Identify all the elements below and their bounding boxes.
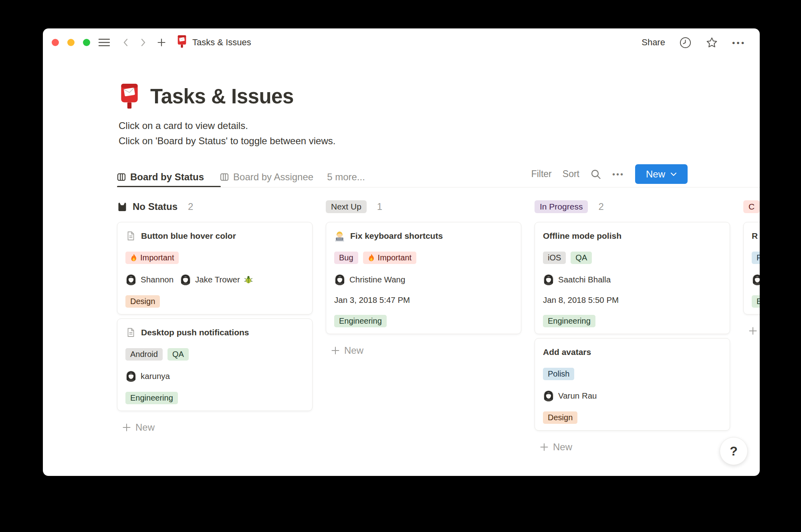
card-tags-row: Design xyxy=(125,295,304,308)
card-tags-row: P xyxy=(752,252,760,264)
avatar xyxy=(752,274,760,285)
chevron-down-icon xyxy=(670,172,677,176)
tag-engineering: Engineering xyxy=(543,315,595,327)
tag-label: Engineering xyxy=(130,393,173,403)
desktop-background: Tasks & Issues Share ••• Tasks & Issues … xyxy=(0,0,801,532)
plus-icon xyxy=(749,326,757,335)
traffic-lights xyxy=(52,39,90,46)
tag-label: QA xyxy=(172,350,184,359)
help-button[interactable]: ? xyxy=(720,437,748,465)
tag-label: Design xyxy=(130,297,155,306)
person: Shannon xyxy=(125,274,174,285)
avatar xyxy=(543,390,554,401)
column-header-in-progress[interactable]: In Progress2 xyxy=(535,200,730,213)
tag-e: E xyxy=(752,295,760,308)
tag-design: Design xyxy=(125,295,160,308)
view-controls: Filter Sort ••• New xyxy=(531,164,688,184)
avatar xyxy=(125,274,137,285)
new-button-label: New xyxy=(646,169,665,180)
beetle-icon xyxy=(244,275,253,284)
add-card-label: New xyxy=(135,422,155,433)
avatar xyxy=(180,274,191,285)
card-people-row xyxy=(752,274,760,285)
tag-qa: QA xyxy=(167,348,189,361)
tag-qa: QA xyxy=(571,252,592,264)
tag-label: Android xyxy=(130,350,158,359)
column-title-pill: In Progress xyxy=(535,200,588,213)
person-name: Varun Rau xyxy=(558,391,597,401)
tag-label: iOS xyxy=(548,253,561,262)
postbox-icon xyxy=(177,35,187,50)
add-card-button[interactable]: New xyxy=(117,422,313,433)
tag-label: QA xyxy=(575,253,587,262)
history-clock-icon[interactable] xyxy=(679,36,692,49)
card-tags-row: E xyxy=(752,295,760,308)
card-people-row: Saatchi Bhalla xyxy=(543,274,722,285)
board-card[interactable]: Desktop push notificationsAndroidQAkarun… xyxy=(117,318,313,411)
add-card-button[interactable]: New xyxy=(326,345,521,356)
board-view-icon xyxy=(117,173,126,181)
document-icon xyxy=(125,231,136,241)
board-card[interactable]: RPE xyxy=(743,222,760,314)
back-icon[interactable] xyxy=(123,38,128,47)
column-header-next-up[interactable]: Next Up1 xyxy=(326,200,521,213)
board-card[interactable]: Add avatarsPolishVarun RauDesign xyxy=(535,338,730,431)
board-card[interactable]: Offline mode polishiOSQASaatchi BhallaJa… xyxy=(535,222,730,334)
page-description: Click on a card to view details. Click o… xyxy=(119,118,335,149)
window-tab[interactable]: Tasks & Issues xyxy=(177,35,251,50)
tab-board-by-assignee[interactable]: Board by Assignee xyxy=(220,171,313,183)
view-more-options-icon[interactable]: ••• xyxy=(612,170,624,178)
card-tags-row: iOSQA xyxy=(543,252,722,264)
minimize-window-button[interactable] xyxy=(67,39,75,46)
person: Varun Rau xyxy=(543,390,597,401)
card-people-row: Christine Wang xyxy=(334,274,513,285)
add-card-label: New xyxy=(344,345,363,356)
tag-important: Important xyxy=(125,252,179,264)
person: Christine Wang xyxy=(334,274,405,285)
column-header-no-status[interactable]: No Status2 xyxy=(117,200,313,213)
new-button[interactable]: New xyxy=(635,164,688,184)
zoom-window-button[interactable] xyxy=(83,39,90,46)
more-views-button[interactable]: 5 more... xyxy=(327,171,365,183)
card-title-text: Add avatars xyxy=(543,347,591,358)
sidebar-menu-icon[interactable] xyxy=(98,38,110,47)
card-tags-row: AndroidQA xyxy=(125,348,304,361)
plus-icon xyxy=(540,443,549,451)
person xyxy=(752,274,760,285)
card-people-row: Varun Rau xyxy=(543,390,722,401)
add-card-button[interactable]: New xyxy=(535,441,730,453)
share-button[interactable]: Share xyxy=(642,37,665,48)
card-date: Jan 3, 2018 5:47 PM xyxy=(334,295,513,305)
tag-label: E xyxy=(757,297,760,306)
close-window-button[interactable] xyxy=(52,39,59,46)
plus-icon xyxy=(122,423,131,432)
card-tags-row: Engineering xyxy=(125,392,304,404)
tag-engineering: Engineering xyxy=(125,392,178,404)
forward-icon[interactable] xyxy=(141,38,146,47)
tag-label: Important xyxy=(378,253,412,262)
filter-button[interactable]: Filter xyxy=(531,169,552,179)
tag-android: Android xyxy=(125,348,163,361)
person-name: Saatchi Bhalla xyxy=(558,275,611,284)
person: Jake Trower xyxy=(180,274,253,285)
board-card[interactable]: Button blue hover colorImportantShannonJ… xyxy=(117,222,313,314)
card-title: R xyxy=(752,230,760,242)
tag-label: Engineering xyxy=(339,316,382,326)
column-header-completed-clipped[interactable]: C xyxy=(743,200,760,213)
card-title: Offline mode polish xyxy=(543,230,722,242)
person-name: Shannon xyxy=(141,275,174,284)
plus-icon xyxy=(331,346,340,355)
tab-board-by-status[interactable]: Board by Status xyxy=(117,171,204,183)
search-icon[interactable] xyxy=(590,169,601,180)
page-postbox-icon[interactable] xyxy=(119,84,140,109)
favorite-star-icon[interactable] xyxy=(706,36,718,49)
sort-button[interactable]: Sort xyxy=(563,169,579,179)
board-card[interactable]: Fix keyboard shortcutsBugImportantChrist… xyxy=(326,222,521,334)
card-title: Add avatars xyxy=(543,347,722,358)
card-title-text: Fix keyboard shortcuts xyxy=(350,230,443,242)
more-options-icon[interactable]: ••• xyxy=(732,38,746,47)
new-tab-plus-icon[interactable] xyxy=(157,38,166,47)
add-card-button[interactable]: New xyxy=(743,325,760,337)
card-title-text: R xyxy=(752,230,758,242)
card-title: Desktop push notifications xyxy=(125,327,304,338)
